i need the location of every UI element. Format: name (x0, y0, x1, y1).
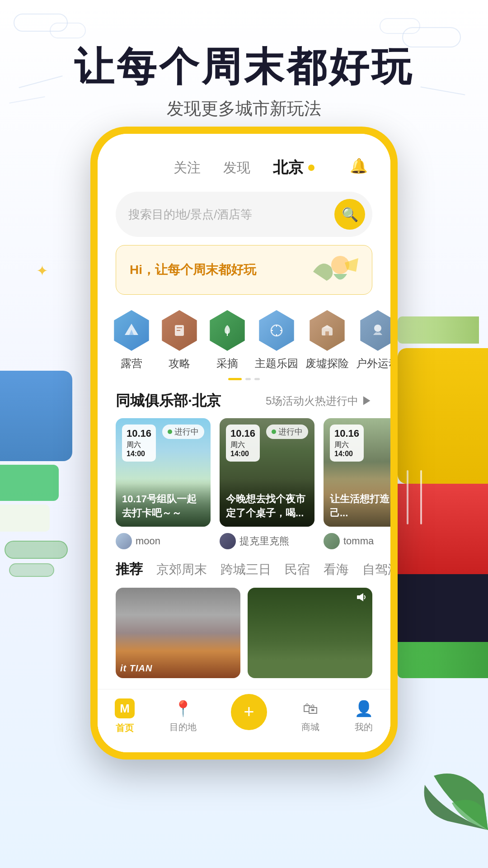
svg-point-7 (374, 325, 381, 332)
status-badge-2: 进行中 (266, 425, 308, 439)
activity-card-1[interactable]: 10.16 周六 14:00 进行中 10.17号组队一起去打卡吧～～ (116, 418, 211, 527)
card-overlay-text: it TIAN (120, 663, 152, 674)
guide-label: 攻略 (169, 356, 190, 371)
notification-bell-icon[interactable]: 🔔 (350, 157, 368, 175)
category-outdoor[interactable]: 户外运动 (356, 310, 390, 371)
avatar-2 (220, 533, 236, 549)
club-title: 同城俱乐部·北京 (116, 391, 221, 411)
user-info-3: tomma (324, 533, 390, 549)
search-button[interactable]: 🔍 (334, 199, 365, 230)
date-box-1: 10.16 周六 14:00 (122, 425, 156, 462)
activity-scroll: 10.16 周六 14:00 进行中 10.17号组队一起去打卡吧～～ (98, 418, 390, 527)
user-info-1: moon (116, 533, 211, 549)
destination-label: 目的地 (169, 721, 197, 733)
top-nav: 关注 发现 北京 🔔 (98, 134, 390, 187)
activity-overlay-3: 让生活想打造自己... (324, 479, 390, 527)
username-3: tomma (343, 535, 374, 547)
activity-title-3: 让生活想打造自己... (330, 492, 390, 520)
date-box-2: 10.16 周六 14:00 (226, 425, 260, 462)
rec-tabs: 推荐 京郊周末 跨城三日 民宿 看海 自驾游 (98, 549, 390, 579)
tab-cross-city[interactable]: 跨城三日 (221, 561, 271, 578)
theme-park-icon (256, 310, 297, 351)
camping-icon (111, 310, 152, 351)
activity-title-2: 今晚想去找个夜市定了个桌子，喝... (226, 492, 308, 520)
shop-icon: 🛍 (303, 700, 318, 717)
activity-card-3[interactable]: 10.16 周六 14:00 让生活想打造自己... (324, 418, 390, 527)
banner-text: Hi，让每个周末都好玩 (130, 261, 256, 278)
tab-homestay[interactable]: 民宿 (285, 561, 310, 578)
tab-sea[interactable]: 看海 (324, 561, 349, 578)
ruins-label: 废墟探险 (305, 356, 349, 371)
category-picking[interactable]: 采摘 (207, 310, 248, 371)
outdoor-label: 户外运动 (356, 356, 390, 371)
tab-home[interactable]: M 首页 (115, 698, 135, 734)
nav-city[interactable]: 北京 (273, 157, 314, 178)
tab-destination[interactable]: 📍 目的地 (169, 699, 197, 733)
profile-icon: 👤 (354, 699, 373, 717)
nav-follow[interactable]: 关注 (174, 159, 201, 177)
tab-road-trip[interactable]: 自驾游 (362, 561, 390, 578)
tab-recommend[interactable]: 推荐 (116, 560, 143, 579)
category-camping[interactable]: 露营 (111, 310, 152, 371)
camping-label: 露营 (121, 356, 142, 371)
category-section: 露营 攻略 采摘 (98, 306, 390, 380)
headline-main: 让每个周末都好玩 (0, 45, 488, 89)
category-theme-park[interactable]: 主题乐园 (255, 310, 298, 371)
headline-sub: 发现更多城市新玩法 (0, 97, 488, 120)
destination-icon: 📍 (174, 699, 192, 717)
tab-beijing-suburb[interactable]: 京郊周末 (156, 561, 207, 578)
tab-profile[interactable]: 👤 我的 (354, 699, 373, 733)
content-card-1[interactable]: it TIAN (116, 588, 240, 678)
content-card-2[interactable] (248, 588, 372, 678)
dot-active (228, 378, 242, 380)
nav-discover[interactable]: 发现 (223, 159, 250, 177)
app-content: 关注 发现 北京 🔔 搜索目的地/景点/酒店等 🔍 Hi，让每个周末都好玩 (98, 134, 390, 752)
home-icon: M (115, 698, 135, 718)
category-ruins[interactable]: 废墟探险 (305, 310, 349, 371)
svg-rect-6 (325, 331, 329, 335)
username-2: 提克里克熊 (239, 534, 289, 548)
home-label: 首页 (116, 722, 134, 734)
sound-icon (356, 592, 368, 605)
date-box-3: 10.16 周六 14:00 (330, 425, 364, 462)
profile-label: 我的 (355, 721, 373, 733)
picking-icon (207, 310, 248, 351)
category-guide[interactable]: 攻略 (159, 310, 200, 371)
activity-user-row: moon 提克里克熊 tomma (98, 527, 390, 549)
category-row: 露营 攻略 采摘 (111, 310, 377, 371)
headline-section: 让每个周末都好玩 发现更多城市新玩法 (0, 45, 488, 120)
guide-icon (159, 310, 200, 351)
activity-card-2[interactable]: 10.16 周六 14:00 进行中 今晚想去找个夜市定了个桌子，喝... (220, 418, 314, 527)
bottom-nav: M 首页 📍 目的地 + 🛍 商城 👤 我的 (98, 689, 390, 752)
activity-overlay-1: 10.17号组队一起去打卡吧～～ (116, 479, 211, 527)
shop-label: 商城 (301, 721, 319, 733)
left-decoration (0, 371, 72, 577)
picking-label: 采摘 (216, 356, 238, 371)
status-badge-1: 进行中 (162, 425, 204, 439)
theme-park-label: 主题乐园 (255, 356, 298, 371)
banner[interactable]: Hi，让每个周末都好玩 (116, 245, 372, 295)
activity-title-1: 10.17号组队一起去打卡吧～～ (122, 492, 204, 520)
username-1: moon (136, 535, 160, 547)
search-placeholder: 搜索目的地/景点/酒店等 (128, 207, 330, 222)
avatar-1 (116, 533, 132, 549)
phone-inner: 关注 发现 北京 🔔 搜索目的地/景点/酒店等 🔍 Hi，让每个周末都好玩 (98, 134, 390, 752)
dot-1 (245, 378, 251, 380)
leaf-decoration (407, 740, 488, 832)
search-bar[interactable]: 搜索目的地/景点/酒店等 🔍 (116, 192, 372, 237)
avatar-3 (324, 533, 340, 549)
phone-mockup: 关注 发现 北京 🔔 搜索目的地/景点/酒店等 🔍 Hi，让每个周末都好玩 (90, 127, 398, 760)
search-icon: 🔍 (342, 207, 358, 222)
dot-2 (254, 378, 260, 380)
add-icon: + (231, 694, 267, 730)
user-info-2: 提克里克熊 (220, 533, 314, 549)
club-more[interactable]: 5场活动火热进行中 ▶ (266, 394, 372, 408)
right-decoration (398, 316, 488, 678)
svg-rect-8 (357, 595, 360, 599)
activity-overlay-2: 今晚想去找个夜市定了个桌子，喝... (220, 479, 314, 527)
tab-shop[interactable]: 🛍 商城 (301, 700, 319, 733)
tab-add[interactable]: + (231, 694, 267, 739)
ruins-icon (307, 310, 347, 351)
club-section-header: 同城俱乐部·北京 5场活动火热进行中 ▶ (98, 380, 390, 418)
content-grid: it TIAN (98, 579, 390, 678)
